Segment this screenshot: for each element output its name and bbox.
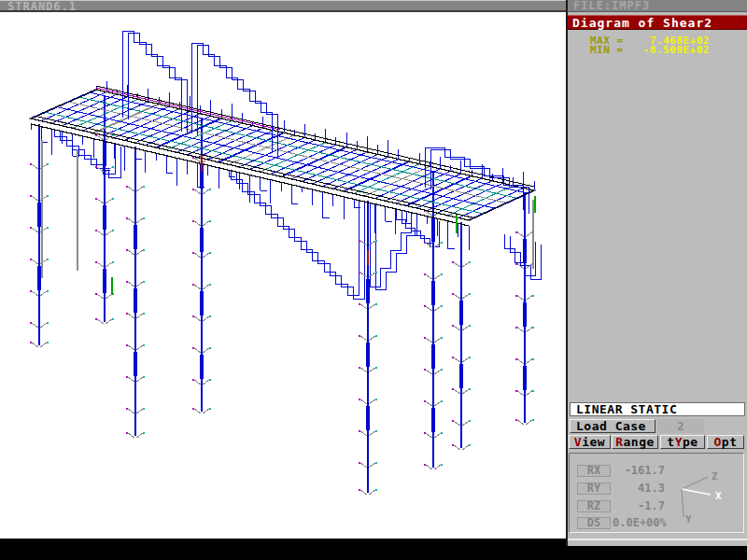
load-case-button[interactable]: Load Case: [570, 419, 655, 433]
type-button[interactable]: tYpe: [660, 435, 705, 449]
file-title-bar: FILE:IMPF3: [568, 0, 747, 12]
ry-label: RY: [577, 483, 611, 495]
app-title-bar: STRAND6.1: [0, 0, 566, 12]
axis-triad-icon: Z X Y: [669, 461, 738, 525]
analysis-type-field: LINEAR STATIC: [570, 402, 745, 416]
rz-value: -1.7: [613, 500, 665, 512]
diagram-title: Diagram of Shear2: [572, 16, 712, 30]
svg-text:Y: Y: [685, 513, 692, 525]
rx-value: -161.7: [613, 465, 665, 477]
ds-value: 0.0E+00%: [613, 517, 665, 529]
app-title: STRAND6.1: [7, 0, 77, 13]
control-panel: FILE:IMPF3 Diagram of Shear2 MAX = 7.468…: [566, 0, 747, 546]
rz-label: RZ: [577, 500, 611, 512]
range-button[interactable]: Range: [612, 435, 658, 449]
load-case-value[interactable]: 2: [657, 419, 704, 433]
rotation-readout-panel: RX -161.7 RY 41.3 RZ -1.7 DS 0.0E+00% Z …: [569, 453, 744, 533]
rx-label: RX: [577, 465, 611, 477]
panel-bottom-highlight: [568, 539, 747, 540]
min-value: -8.509E+02: [616, 45, 710, 55]
options-button[interactable]: Opt: [707, 435, 744, 449]
model-viewport[interactable]: [0, 12, 566, 539]
diagram-header: Diagram of Shear2: [568, 15, 747, 30]
file-label: FILE:IMPF3: [573, 0, 650, 12]
svg-text:Z: Z: [712, 470, 718, 483]
ds-label: DS: [577, 517, 611, 529]
svg-text:X: X: [715, 490, 722, 502]
view-button[interactable]: View: [569, 435, 611, 449]
ry-value: 41.3: [613, 483, 665, 495]
min-row: MIN = -8.509E+02: [568, 45, 747, 55]
